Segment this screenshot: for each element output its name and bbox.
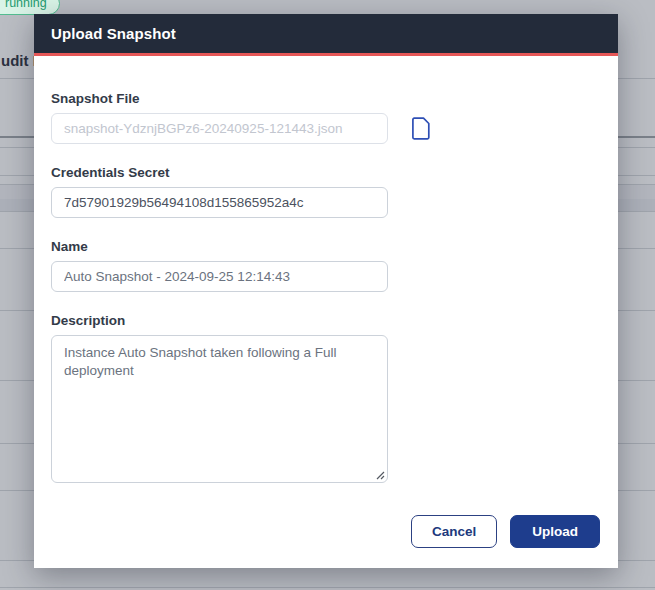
description-textarea[interactable]: Instance Auto Snapshot taken following a…	[51, 335, 388, 483]
credentials-secret-label: Credentials Secret	[51, 165, 601, 181]
snapshot-file-label: Snapshot File	[51, 91, 601, 107]
modal-header: Upload Snapshot	[34, 14, 618, 56]
file-icon	[411, 117, 431, 140]
name-label: Name	[51, 239, 601, 255]
credentials-secret-field-group: Credentials Secret	[51, 165, 601, 218]
name-field-group: Name	[51, 239, 601, 292]
file-picker-button[interactable]	[411, 117, 431, 140]
modal-footer: Cancel Upload	[34, 515, 618, 568]
description-field-group: Description Instance Auto Snapshot taken…	[51, 313, 601, 483]
bg-row-divider	[0, 587, 655, 588]
cancel-button[interactable]: Cancel	[411, 515, 497, 548]
name-input[interactable]	[51, 261, 388, 292]
modal-title: Upload Snapshot	[51, 25, 176, 42]
credentials-secret-input[interactable]	[51, 187, 388, 218]
snapshot-file-input[interactable]	[51, 113, 388, 144]
modal-body: Snapshot File Credentials Secret Name De…	[34, 56, 618, 515]
snapshot-file-field-group: Snapshot File	[51, 91, 601, 144]
description-label: Description	[51, 313, 601, 329]
running-status-badge: running	[0, 0, 60, 15]
upload-snapshot-modal: Upload Snapshot Snapshot File Credential…	[34, 14, 618, 568]
upload-button[interactable]: Upload	[510, 515, 600, 548]
